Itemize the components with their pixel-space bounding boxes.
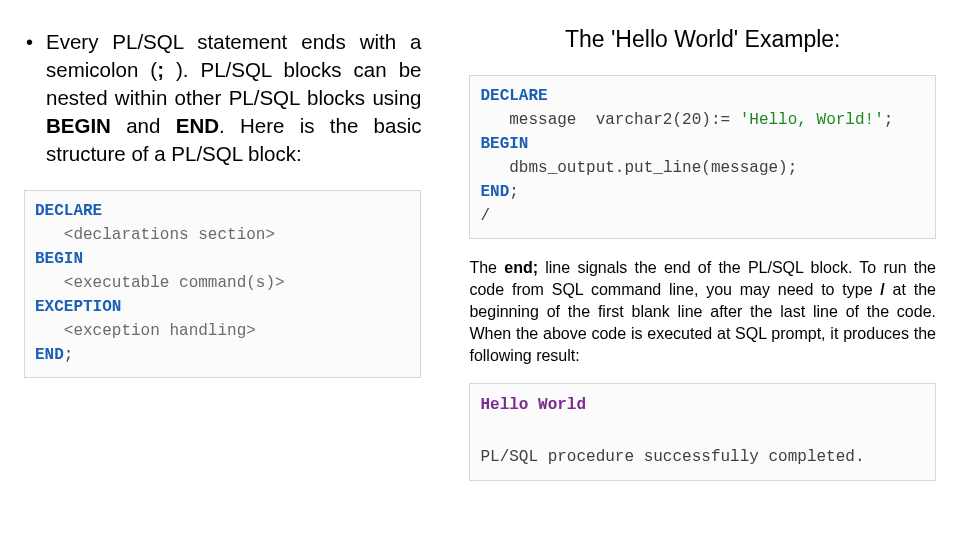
para-a: The [469, 259, 504, 276]
hw-l4f: ); [778, 159, 797, 177]
left-column: • Every PL/SQL statement ends with a sem… [24, 20, 421, 520]
code-block-structure: DECLARE <declarations section> BEGIN <ex… [24, 190, 421, 378]
hw-declare: DECLARE [480, 87, 547, 105]
hw-l2c: 20 [682, 111, 701, 129]
out-blank [480, 422, 490, 440]
bullet-glyph: • [24, 28, 46, 168]
hw-end: END [480, 183, 509, 201]
out-l1: Hello World [480, 396, 586, 414]
kw-exception: EXCEPTION [35, 298, 121, 316]
hw-l4a: dbms_output [480, 159, 614, 177]
para-b: end; [504, 259, 538, 276]
hw-end-semi: ; [509, 183, 519, 201]
hw-l4c: put_line [624, 159, 701, 177]
hw-l2b: ( [672, 111, 682, 129]
bp-seg5: and [111, 114, 176, 137]
hw-l2g: 'Hello, World!' [730, 111, 884, 129]
kw-end: END [35, 346, 64, 364]
slide-columns: • Every PL/SQL statement ends with a sem… [24, 20, 936, 520]
bp-seg2: ; [157, 58, 176, 81]
hw-begin: BEGIN [480, 135, 528, 153]
bp-seg6: END [176, 114, 219, 137]
kw-declare: DECLARE [35, 202, 102, 220]
right-column: The 'Hello World' Example: DECLARE messa… [469, 20, 936, 520]
example-heading: The 'Hello World' Example: [469, 26, 936, 53]
bp-seg4: BEGIN [46, 114, 111, 137]
code-block-hello-world: DECLARE message varchar2(20):= 'Hello, W… [469, 75, 936, 239]
hw-l2d: ) [701, 111, 711, 129]
hw-l2e: : [711, 111, 721, 129]
bullet-paragraph: • Every PL/SQL statement ends with a sem… [24, 28, 421, 168]
hw-l4d: ( [701, 159, 711, 177]
out-l2: PL/SQL procedure successfully completed. [480, 448, 864, 466]
bullet-text: Every PL/SQL statement ends with a semic… [46, 28, 421, 168]
hw-slash: / [480, 207, 490, 225]
code-l6: <exception handling> [35, 322, 256, 340]
explanation-paragraph: The end; line signals the end of the PL/… [469, 257, 936, 367]
hw-l4e: message [711, 159, 778, 177]
para-c: line signals the end of the PL/SQL block… [469, 259, 936, 298]
end-semi: ; [64, 346, 74, 364]
code-l4: <executable command(s)> [35, 274, 285, 292]
hw-l2h: ; [884, 111, 894, 129]
hw-l2a: message varchar2 [480, 111, 672, 129]
kw-begin: BEGIN [35, 250, 83, 268]
code-l2: <declarations section> [35, 226, 275, 244]
hw-l2f: = [721, 111, 731, 129]
output-block: Hello World PL/SQL procedure successfull… [469, 383, 936, 481]
